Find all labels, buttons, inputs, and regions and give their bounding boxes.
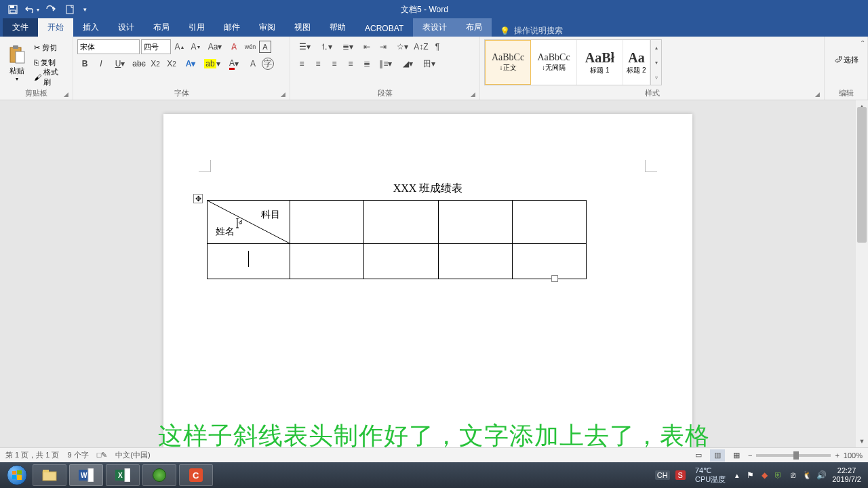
- tray-volume-icon[interactable]: 🔊: [816, 470, 827, 481]
- underline-button[interactable]: U▾: [110, 56, 130, 71]
- taskbar-clock[interactable]: 22:27 2019/7/2: [832, 466, 861, 484]
- tab-acrobat[interactable]: ACROBAT: [355, 20, 413, 37]
- table-cell[interactable]: [290, 244, 364, 279]
- tab-review[interactable]: 审阅: [250, 18, 285, 37]
- view-web-button[interactable]: ▦: [729, 449, 744, 462]
- line-spacing-button[interactable]: ‖≡▾: [376, 56, 396, 71]
- font-name-select[interactable]: [77, 39, 140, 54]
- ime-mode[interactable]: S: [675, 470, 686, 480]
- style-heading1[interactable]: AaBł标题 1: [577, 40, 623, 85]
- increase-indent-button[interactable]: ⇥: [376, 39, 391, 54]
- qat-save-button[interactable]: [4, 1, 22, 18]
- tab-design[interactable]: 设计: [108, 18, 144, 37]
- tab-mailings[interactable]: 邮件: [214, 18, 250, 37]
- table-cell[interactable]: [438, 244, 512, 279]
- align-right-button[interactable]: ≡: [327, 56, 342, 71]
- style-expand[interactable]: ▴▾▿: [650, 40, 661, 85]
- style-gallery[interactable]: AaBbCc↓正文 AaBbCc↓无间隔 AaBł标题 1 Aa标题 2 ▴▾▿: [484, 39, 662, 85]
- tray-shield-icon[interactable]: ⛨: [773, 470, 784, 481]
- zoom-level[interactable]: 100%: [844, 451, 863, 460]
- taskbar-excel-button[interactable]: X: [106, 464, 140, 486]
- multilevel-button[interactable]: ≣▾: [338, 39, 358, 54]
- start-button[interactable]: [3, 464, 31, 487]
- change-case-button[interactable]: Aa▾: [205, 39, 225, 54]
- shrink-font-button[interactable]: A▼: [189, 39, 203, 54]
- circled-char-button[interactable]: A: [245, 56, 260, 71]
- header-name[interactable]: 姓名: [216, 226, 235, 238]
- tab-home[interactable]: 开始: [38, 18, 73, 37]
- tab-view[interactable]: 视图: [285, 18, 320, 37]
- diagonal-header-cell[interactable]: 科目 姓名: [208, 201, 290, 244]
- format-painter-button[interactable]: 🖌格式刷: [33, 70, 66, 84]
- taskbar-camtasia-button[interactable]: C: [179, 464, 213, 486]
- grow-font-button[interactable]: A▲: [172, 39, 187, 54]
- show-marks-button[interactable]: ¶: [430, 39, 445, 54]
- border-char-button[interactable]: A: [259, 41, 271, 53]
- superscript-button[interactable]: X2: [164, 56, 179, 71]
- text-effects-button[interactable]: A▾: [180, 56, 201, 71]
- status-word-count[interactable]: 9 个字: [67, 450, 88, 460]
- style-normal[interactable]: AaBbCc↓正文: [485, 40, 531, 85]
- tray-flag-icon[interactable]: ⚑: [745, 470, 755, 481]
- document-table[interactable]: 科目 姓名: [207, 200, 587, 279]
- distribute-button[interactable]: ≣: [359, 56, 374, 71]
- tab-help[interactable]: 帮助: [320, 18, 355, 37]
- table-cell[interactable]: [364, 201, 438, 244]
- strikethrough-button[interactable]: abc: [132, 56, 146, 71]
- decrease-indent-button[interactable]: ⇤: [359, 39, 374, 54]
- document-area[interactable]: XXX 班成绩表 ✥ 科目 姓名: [0, 100, 856, 447]
- bullets-button[interactable]: ☰▾: [294, 39, 315, 54]
- paste-button[interactable]: 粘贴 ▾: [4, 39, 30, 87]
- table-row[interactable]: 科目 姓名: [208, 201, 587, 244]
- clipboard-dialog-launcher[interactable]: ◢: [64, 91, 71, 98]
- justify-button[interactable]: ≡: [343, 56, 358, 71]
- align-center-button[interactable]: ≡: [311, 56, 326, 71]
- zoom-out-button[interactable]: −: [748, 451, 752, 460]
- font-dialog-launcher[interactable]: ◢: [281, 91, 288, 98]
- style-no-spacing[interactable]: AaBbCc↓无间隔: [531, 40, 577, 85]
- align-left-button[interactable]: ≡: [294, 56, 309, 71]
- qat-undo-button[interactable]: ▾: [23, 1, 41, 18]
- status-page[interactable]: 第 1 页，共 1 页: [5, 450, 59, 460]
- table-cell[interactable]: [364, 244, 438, 279]
- numbering-button[interactable]: ⒈▾: [316, 39, 336, 54]
- qat-customize-button[interactable]: ▾: [80, 1, 90, 18]
- font-color-button[interactable]: A▾: [224, 56, 244, 71]
- tab-table-layout[interactable]: 布局: [456, 18, 492, 37]
- borders-button[interactable]: 田▾: [419, 56, 439, 71]
- tab-table-design[interactable]: 表设计: [413, 18, 456, 37]
- tray-security-icon[interactable]: ◆: [759, 470, 770, 481]
- view-read-button[interactable]: ▭: [691, 449, 706, 462]
- tab-layout[interactable]: 布局: [144, 18, 179, 37]
- clear-format-button[interactable]: A̷: [226, 39, 241, 54]
- vertical-scrollbar[interactable]: ▲ ▼: [856, 100, 868, 447]
- font-size-select[interactable]: [141, 39, 171, 54]
- tab-file[interactable]: 文件: [3, 18, 38, 37]
- tab-insert[interactable]: 插入: [73, 18, 108, 37]
- table-row[interactable]: [208, 244, 587, 279]
- tell-me-search[interactable]: 💡 操作说明搜索: [492, 25, 571, 37]
- table-move-handle[interactable]: ✥: [193, 194, 203, 203]
- style-heading2[interactable]: Aa标题 2: [623, 40, 650, 85]
- bold-button[interactable]: B: [77, 56, 92, 71]
- shading-button[interactable]: ◢▾: [397, 56, 418, 71]
- tray-qq-icon[interactable]: 🐧: [802, 470, 812, 481]
- taskbar-explorer-button[interactable]: [33, 464, 66, 486]
- qat-new-button[interactable]: [61, 1, 79, 18]
- tray-expand-button[interactable]: ▴: [735, 471, 739, 480]
- select-button[interactable]: ⮰选择: [833, 53, 860, 66]
- qat-redo-button[interactable]: [42, 1, 60, 18]
- table-cell[interactable]: [512, 244, 586, 279]
- paragraph-dialog-launcher[interactable]: ◢: [471, 91, 477, 98]
- asian-layout-button[interactable]: ☆▾: [392, 39, 412, 54]
- scroll-thumb[interactable]: [857, 107, 867, 243]
- table-cell[interactable]: [290, 201, 364, 244]
- table-resize-handle[interactable]: [551, 275, 558, 282]
- styles-dialog-launcher[interactable]: ◢: [815, 91, 822, 98]
- table-cell[interactable]: [208, 244, 290, 279]
- view-print-button[interactable]: ▥: [710, 449, 725, 462]
- tray-network-icon[interactable]: ⎚: [787, 470, 798, 481]
- temperature-widget[interactable]: 74℃ CPU温度: [691, 466, 730, 484]
- status-spellcheck-icon[interactable]: □✎: [97, 451, 108, 460]
- sort-button[interactable]: A↕Z: [414, 39, 429, 54]
